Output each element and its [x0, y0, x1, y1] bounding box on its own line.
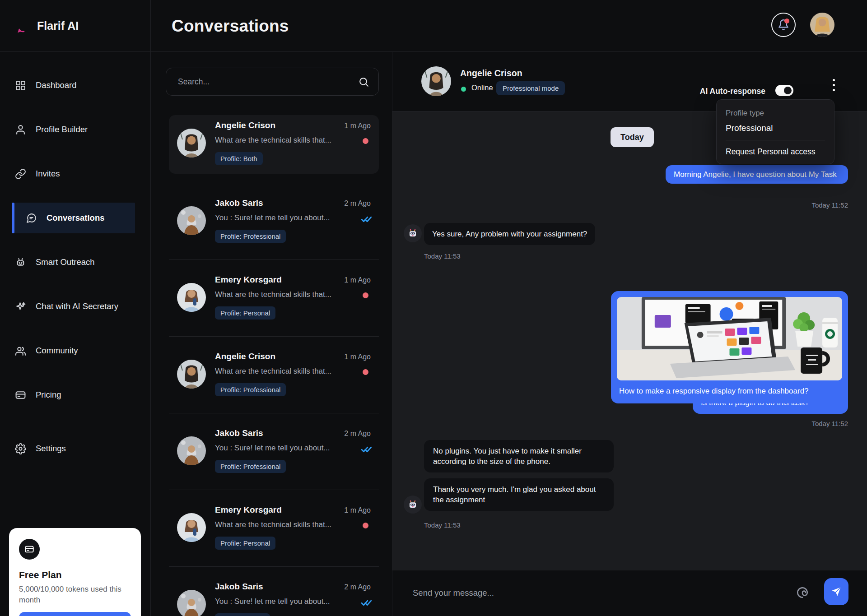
sidebar-item-label: Conversations — [47, 213, 105, 223]
message-preview: What are the technical skills that... — [215, 136, 331, 145]
contact-name: Jakob Saris — [215, 428, 263, 438]
auto-response-toggle[interactable] — [775, 85, 793, 96]
conversation-item[interactable]: Jakob Saris 2 m Ago You : Sure! let me t… — [169, 576, 379, 616]
chat-panel: Angelie Crison Online Professional mode … — [392, 52, 867, 616]
contact-name: Angelie Crison — [460, 68, 522, 79]
message-time: 2 m Ago — [344, 583, 371, 591]
incoming-message: No plugins. You just have to make it sma… — [424, 440, 614, 472]
sidebar-item-label: Smart Outreach — [36, 257, 95, 267]
brand: Flarif AI — [0, 0, 150, 52]
conversation-item[interactable]: Emery Korsgard 1 m Ago What are the tech… — [169, 500, 379, 558]
robot-icon — [15, 257, 26, 268]
avatar — [177, 129, 206, 157]
sidebar-item-conversations[interactable]: Conversations — [14, 203, 135, 233]
plan-usage-text: 5,000/10,000 tokens used this month — [19, 584, 131, 606]
message-preview: What are the technical skills that... — [215, 367, 331, 376]
search-input[interactable] — [177, 68, 349, 95]
plan-card: Free Plan 5,000/10,000 tokens used this … — [9, 528, 141, 616]
conversation-item[interactable]: Angelie Crison 1 m Ago What are the tech… — [169, 115, 379, 174]
image-caption: How to make a responsive display from th… — [617, 386, 842, 398]
avatar — [177, 360, 206, 389]
sidebar-item-community[interactable]: Community — [0, 335, 150, 366]
message-timestamp: Today 11:52 — [811, 420, 848, 427]
link-icon — [15, 168, 26, 180]
search-icon[interactable] — [358, 76, 369, 88]
avatar — [177, 436, 206, 465]
message-timestamp: Today 11:53 — [424, 521, 461, 529]
message-preview: You : Sure! let me tell you about... — [215, 213, 330, 222]
request-personal-access-item[interactable]: Request Personal access — [726, 147, 825, 157]
page-title: Conversations — [172, 0, 289, 52]
outgoing-message: Morning Angelie, I have question about M… — [666, 165, 848, 184]
sidebar-item-label: Invites — [36, 169, 60, 179]
message-preview: You : Sure! let me tell you about... — [215, 597, 330, 606]
robot-face-icon — [407, 227, 419, 239]
message-preview: What are the technical skills that... — [215, 290, 331, 299]
incoming-message: Thank you very much. I'm glad you asked … — [424, 478, 614, 511]
sidebar-item-pricing[interactable]: Pricing — [0, 380, 150, 410]
avatar — [177, 590, 206, 616]
topbar: Conversations — [151, 0, 867, 52]
incoming-message: Yes sure, Any problem with your assignme… — [424, 223, 595, 245]
message-preview: What are the technical skills that... — [215, 520, 331, 529]
sidebar-item-smart-outreach[interactable]: Smart Outreach — [0, 247, 150, 278]
sidebar-item-chat-ai-secretary[interactable]: Chat with AI Secretary — [0, 291, 150, 322]
message-time: 1 m Ago — [344, 353, 371, 361]
profile-badge: Profile: Professional — [215, 230, 286, 243]
message-preview: You : Sure! let me tell you about... — [215, 444, 330, 453]
sidebar-nav: Dashboard Profile Builder Invites Conver… — [0, 52, 150, 464]
upgrade-button[interactable] — [19, 612, 131, 616]
dropdown-heading: Profile type — [726, 109, 825, 118]
dropdown-selected-option[interactable]: Professional — [726, 123, 825, 133]
profile-mode-badge: Professional mode — [496, 81, 565, 95]
sidebar-item-label: Settings — [36, 444, 66, 454]
notifications-button[interactable] — [771, 13, 796, 37]
grid-icon — [15, 80, 26, 91]
profile-badge: Profile: Both — [215, 152, 263, 165]
conversation-item[interactable]: Jakob Saris 2 m Ago You : Sure! let me t… — [169, 423, 379, 482]
message-timestamp: Today 11:53 — [424, 252, 461, 260]
notification-dot — [784, 19, 789, 23]
sidebar-item-invites[interactable]: Invites — [0, 158, 150, 189]
online-status-label: Online — [471, 83, 493, 92]
attachment-icon[interactable] — [795, 585, 810, 600]
sidebar-item-label: Pricing — [36, 390, 61, 400]
profile-badge: Profile: Personal — [215, 537, 275, 550]
send-plane-icon — [831, 586, 842, 597]
contact-name: Jakob Saris — [215, 582, 263, 592]
contact-avatar[interactable] — [421, 66, 451, 96]
sidebar-item-dashboard[interactable]: Dashboard — [0, 70, 150, 101]
send-button[interactable] — [824, 578, 848, 605]
conversation-item[interactable]: Jakob Saris 2 m Ago You : Sure! let me t… — [169, 193, 379, 251]
contact-name: Angelie Crison — [215, 120, 275, 130]
user-avatar[interactable] — [810, 13, 834, 37]
chat-bubble-icon — [26, 213, 37, 224]
message-input[interactable] — [412, 581, 719, 605]
unread-dot-icon — [363, 138, 368, 144]
conversation-list-panel: Angelie Crison 1 m Ago What are the tech… — [151, 52, 392, 616]
gear-icon — [15, 443, 26, 454]
contact-name: Jakob Saris — [215, 198, 263, 208]
message-composer — [392, 570, 867, 616]
message-time: 2 m Ago — [344, 199, 371, 208]
conversation-item[interactable]: Angelie Crison 1 m Ago What are the tech… — [169, 346, 379, 405]
credit-card-icon — [15, 389, 26, 401]
sidebar-item-settings[interactable]: Settings — [0, 433, 150, 464]
app-window: Flarif AI Dashboard Profile Builder Invi… — [0, 0, 867, 616]
profile-badge: Profile: Personal — [215, 306, 275, 320]
conversation-item[interactable]: Emery Korsgard 1 m Ago What are the tech… — [169, 269, 379, 328]
sidebar: Flarif AI Dashboard Profile Builder Invi… — [0, 0, 151, 616]
robot-face-icon — [407, 499, 419, 510]
message-timestamp: Today 11:52 — [811, 201, 848, 209]
sidebar-item-profile-builder[interactable]: Profile Builder — [0, 114, 150, 145]
read-checkmarks-icon — [361, 214, 373, 223]
plan-title: Free Plan — [19, 570, 131, 580]
auto-response-label: AI Auto-response — [700, 87, 765, 96]
profile-type-dropdown: Profile type Professional Request Person… — [716, 99, 834, 164]
avatar — [177, 283, 206, 312]
profile-badge: Profile: Formal — [215, 613, 270, 616]
user-icon — [15, 124, 26, 135]
online-status-dot — [461, 87, 466, 92]
chat-menu-button[interactable] — [828, 74, 839, 95]
dropdown-divider — [726, 140, 825, 140]
